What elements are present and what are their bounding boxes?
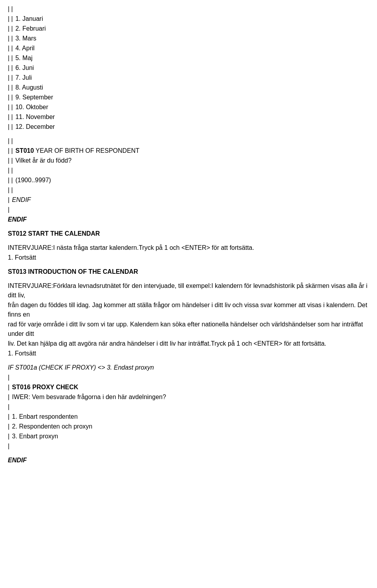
st013-option-line: 1. Fortsätt [8, 349, 369, 358]
st013-text2: från dagen du föddes till idag. Jag komm… [8, 300, 369, 319]
pipe: | | [8, 14, 15, 24]
st012-section: ST012 START THE CALENDAR INTERVJUARE:I n… [8, 229, 369, 262]
pipe: | | [8, 83, 15, 92]
pipe: | | [8, 146, 15, 156]
month-option: 11. November [15, 112, 55, 122]
month-list: | | | | 1. Januari| | 2. Februari| | 3. … [8, 4, 369, 224]
pipe: | | [8, 176, 15, 185]
pipe-separator: | [8, 373, 369, 382]
st010-code: ST010 [15, 146, 34, 156]
list-item: | | 12. December [8, 122, 369, 132]
pipe: | | [8, 53, 15, 63]
pipe: | | [8, 156, 15, 165]
list-item: | | 11. November [8, 112, 369, 122]
st012-code: ST012 [8, 229, 26, 238]
st016-option: 3. Enbart proxyn [12, 432, 58, 441]
pipe: | [8, 205, 9, 214]
st010-question: Vilket år är du född? [15, 156, 71, 165]
st016-option: 2. Respondenten och proxyn [12, 422, 93, 431]
st013-line3: rad för varje område i ditt liv som vi t… [8, 320, 369, 339]
st013-text4: liv. Det kan hjälpa dig att avgöra när a… [8, 339, 326, 348]
st013-code: ST013 [8, 267, 26, 277]
st010-title: YEAR OF BIRTH OF RESPONDENT [34, 146, 139, 156]
st013-text3: rad för varje område i ditt liv som vi t… [8, 320, 369, 339]
pipe-separator-2: | [8, 441, 369, 451]
st013-line2: från dagen du föddes till idag. Jag komm… [8, 300, 369, 319]
st012-option-line: 1. Fortsätt [8, 253, 369, 262]
st010-code-line: | | ST010 YEAR OF BIRTH OF RESPONDENT [8, 146, 369, 156]
pipe: | | [8, 93, 15, 102]
month-option: 10. Oktober [15, 103, 48, 112]
st010-range-line: | | (1900..9997) [8, 176, 369, 185]
st013-code-line: ST013 INTRODUCTION OF THE CALENDAR [8, 267, 369, 277]
st016-interviewer: IWER: Vem besvarade frågorna i den här a… [12, 392, 166, 402]
pipe: | | [8, 185, 13, 195]
if-st001a: IF ST001a (CHECK IF PROXY) <> 3. Endast … [8, 363, 154, 372]
st010-range: (1900..9997) [15, 176, 51, 185]
st013-option: 1. Fortsätt [8, 349, 36, 358]
st016-option: 1. Enbart respondenten [12, 412, 78, 421]
pipe: | | [8, 103, 15, 112]
st012-code-line: ST012 START THE CALENDAR [8, 229, 369, 238]
endif-outer: ENDIF [8, 215, 27, 224]
st013-title: INTRODUCTION OF THE CALENDAR [26, 267, 138, 277]
list-item: | | 5. Maj [8, 53, 369, 63]
list-item: | 2. Respondenten och proxyn [8, 422, 369, 431]
pipe: | [8, 412, 11, 421]
pipe: | [8, 373, 9, 382]
list-item: | [8, 402, 369, 412]
pipe: | [8, 441, 9, 451]
list-item: | | 10. Oktober [8, 103, 369, 112]
pipe: | [8, 392, 11, 402]
pipe: | | [8, 4, 13, 14]
list-item: | | [8, 136, 369, 146]
endif-inner: ENDIF [12, 195, 31, 205]
month-option: 6. Juni [15, 63, 34, 73]
list-item: | | [8, 166, 369, 175]
pipe: | | [8, 166, 13, 175]
st012-option: 1. Fortsätt [8, 253, 36, 262]
st016-code-line: | ST016 PROXY CHECK [8, 383, 369, 392]
list-item: | | [8, 185, 369, 195]
list-item: | | 2. Februari [8, 24, 369, 33]
list-item: | 1. Enbart respondenten [8, 412, 369, 421]
list-item: | | 9. September [8, 93, 369, 102]
list-item: | | 1. Januari [8, 14, 369, 24]
month-option: 4. April [15, 44, 35, 53]
if-statement-line: IF ST001a (CHECK IF PROXY) <> 3. Endast … [8, 363, 369, 372]
pipe: | | [8, 34, 15, 43]
list-item: | | 3. Mars [8, 34, 369, 43]
st013-section: ST013 INTRODUCTION OF THE CALENDAR INTER… [8, 267, 369, 358]
pipe: | [8, 432, 11, 441]
month-option: 8. Augusti [15, 83, 43, 92]
st016-section: | ST016 PROXY CHECK | IWER: Vem besvarad… [8, 383, 369, 441]
st016-title: PROXY CHECK [31, 383, 79, 392]
pipe: | | [8, 122, 15, 132]
list-item: | [8, 205, 369, 214]
pipe: | | [8, 112, 15, 122]
list-item: | | 7. Juli [8, 73, 369, 82]
endif-final: ENDIF [8, 456, 27, 465]
pipe: | [8, 195, 11, 205]
endif-outer-line: ENDIF [8, 215, 369, 224]
endif-final-line: ENDIF [8, 456, 369, 465]
st013-interviewer-line: INTERVJUARE:Förklara levnadsrutnätet för… [8, 281, 369, 300]
month-option: 5. Maj [15, 53, 33, 63]
pipe: | [8, 402, 9, 412]
st013-interviewer: INTERVJUARE:Förklara levnadsrutnätet för… [8, 281, 369, 300]
pipe: | | [8, 24, 15, 33]
pipe: | [8, 383, 11, 392]
pipe: | | [8, 73, 15, 82]
st010-question-line: | | Vilket år är du född? [8, 156, 369, 165]
endif-inner-line: | ENDIF [8, 195, 369, 205]
st016-code: ST016 [12, 383, 31, 392]
month-option: 12. December [15, 122, 55, 132]
month-option: 1. Januari [15, 14, 43, 24]
list-item: IF ST001a (CHECK IF PROXY) <> 3. Endast … [8, 363, 369, 372]
pipe: | | [8, 63, 15, 73]
list-item: | | 6. Juni [8, 63, 369, 73]
list-item: | 3. Enbart proxyn [8, 432, 369, 441]
month-option: 9. September [15, 93, 53, 102]
month-option: 7. Juli [15, 73, 32, 82]
list-item: | | 4. April [8, 44, 369, 53]
